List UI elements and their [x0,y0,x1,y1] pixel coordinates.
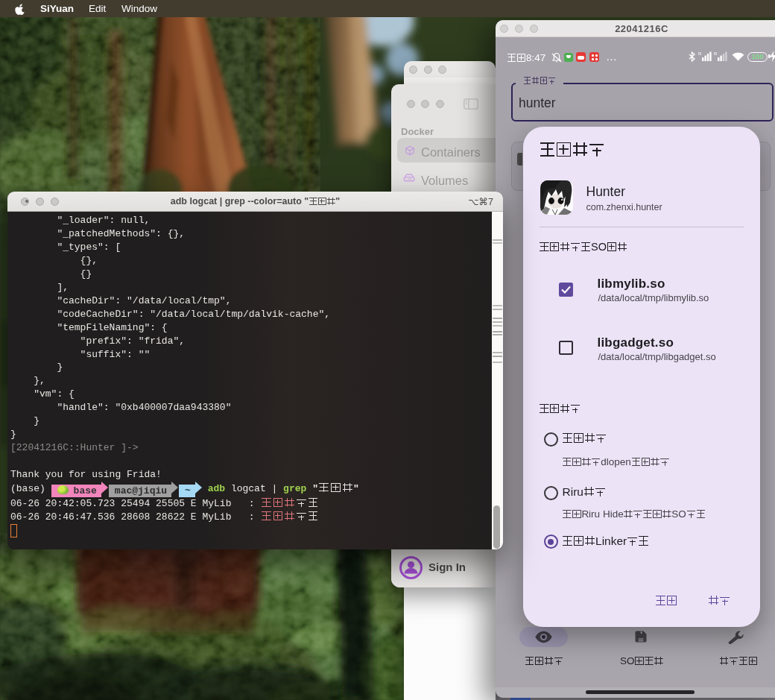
svg-text:R: R [698,51,702,56]
svg-text:R: R [714,51,718,56]
